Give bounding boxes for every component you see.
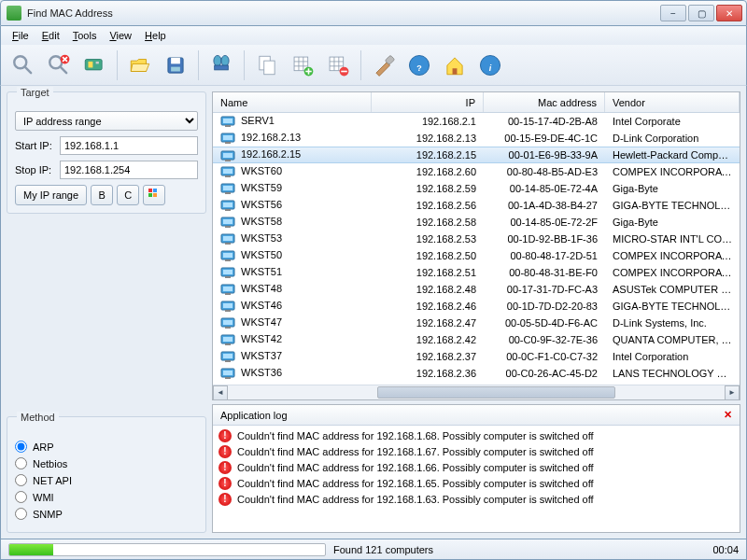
menu-tools[interactable]: Tools — [67, 28, 103, 43]
svg-rect-90 — [225, 377, 231, 379]
settings-button[interactable] — [369, 50, 399, 80]
svg-rect-12 — [171, 66, 180, 71]
menu-view[interactable]: View — [104, 28, 137, 43]
svg-rect-53 — [223, 169, 233, 174]
svg-rect-39 — [148, 189, 152, 192]
table-row[interactable]: 192.168.2.13192.168.2.1300-15-E9-DE-4C-1… — [213, 130, 740, 147]
table-row[interactable]: WKST56192.168.2.5600-1A-4D-38-B4-27GIGA-… — [213, 197, 740, 214]
about-button[interactable]: i — [475, 50, 505, 80]
method-option-wmi[interactable]: WMI — [15, 491, 198, 503]
svg-rect-41 — [148, 193, 152, 197]
status-time: 00:04 — [712, 544, 739, 555]
help-button[interactable]: ? — [404, 50, 434, 80]
svg-rect-8 — [89, 61, 93, 67]
stop-scan-button[interactable] — [44, 50, 74, 80]
method-panel-title: Method — [17, 412, 59, 423]
horizontal-scrollbar[interactable]: ◄ ► — [213, 385, 740, 399]
svg-rect-47 — [223, 135, 233, 140]
menu-bar: File Edit Tools View Help — [0, 26, 747, 45]
start-ip-input[interactable] — [60, 136, 198, 155]
svg-rect-45 — [225, 125, 231, 127]
table-row[interactable]: WKST48192.168.2.4800-17-31-7D-FC-A3ASUST… — [213, 281, 740, 298]
home-button[interactable] — [440, 50, 470, 80]
table-row[interactable]: WKST60192.168.2.6000-80-48-B5-AD-E3COMPE… — [213, 163, 740, 180]
table-row[interactable]: WKST58192.168.2.5800-14-85-0E-72-2FGiga-… — [213, 214, 740, 231]
save-button[interactable] — [161, 50, 190, 80]
menu-file[interactable]: File — [7, 28, 35, 43]
stop-ip-input[interactable] — [60, 161, 198, 179]
svg-rect-84 — [225, 343, 231, 345]
column-mac-header[interactable]: Mac address — [484, 92, 605, 112]
table-row[interactable]: SERV1192.168.2.100-15-17-4D-2B-A8Intel C… — [213, 113, 740, 130]
menu-edit[interactable]: Edit — [36, 28, 65, 43]
table-row[interactable]: 192.168.2.15192.168.2.1500-01-E6-9B-33-9… — [213, 147, 740, 163]
minimize-button[interactable]: − — [660, 5, 686, 21]
class-b-button[interactable]: B — [91, 185, 113, 205]
svg-rect-83 — [223, 337, 233, 342]
copy-button[interactable] — [252, 50, 282, 80]
method-option-netbios[interactable]: Netbios — [15, 457, 198, 469]
log-title: Application log — [220, 410, 288, 421]
svg-rect-86 — [223, 354, 233, 358]
svg-rect-15 — [215, 65, 229, 70]
svg-rect-44 — [223, 119, 233, 123]
results-table: Name IP Mac address Vendor SERV1192.168.… — [212, 91, 740, 400]
find-button[interactable] — [206, 50, 236, 80]
svg-rect-57 — [225, 192, 231, 194]
svg-rect-78 — [225, 310, 231, 312]
svg-rect-60 — [225, 209, 231, 211]
error-icon: ! — [218, 493, 232, 506]
svg-rect-51 — [225, 160, 231, 161]
color-palette-button[interactable] — [143, 185, 165, 205]
table-remove-button[interactable] — [323, 50, 353, 80]
target-panel: Target IP address range Start IP: Stop I… — [7, 91, 206, 214]
method-option-arp[interactable]: ARP — [15, 441, 198, 453]
svg-rect-81 — [225, 327, 231, 329]
log-entry: !Couldn't find MAC address for 192.168.1… — [213, 459, 740, 475]
svg-rect-74 — [223, 287, 233, 291]
menu-help[interactable]: Help — [139, 28, 172, 43]
toolbar: ? i — [0, 45, 747, 86]
column-ip-header[interactable]: IP — [372, 92, 484, 112]
table-row[interactable]: WKST37192.168.2.3700-0C-F1-C0-C7-32Intel… — [213, 348, 740, 365]
error-icon: ! — [218, 477, 232, 490]
svg-rect-72 — [225, 276, 231, 278]
table-row[interactable]: WKST53192.168.2.5300-1D-92-BB-1F-36MICRO… — [213, 231, 740, 247]
table-row[interactable]: WKST36192.168.2.3600-C0-26-AC-45-D2LANS … — [213, 365, 740, 382]
log-entry: !Couldn't find MAC address for 192.168.1… — [213, 443, 740, 459]
svg-rect-40 — [153, 189, 157, 192]
scan-button[interactable] — [8, 50, 38, 80]
svg-rect-59 — [223, 203, 233, 207]
log-entry: !Couldn't find MAC address for 192.168.1… — [213, 491, 740, 507]
column-vendor-header[interactable]: Vendor — [605, 92, 740, 112]
my-ip-range-button[interactable]: My IP range — [15, 185, 87, 205]
app-icon — [7, 6, 21, 21]
close-button[interactable]: ✕ — [716, 5, 742, 21]
log-panel: Application log ✕ !Couldn't find MAC add… — [212, 404, 740, 533]
target-mode-select[interactable]: IP address range — [15, 111, 198, 131]
table-row[interactable]: WKST51192.168.2.5100-80-48-31-BE-F0COMPE… — [213, 264, 740, 281]
table-add-button[interactable] — [288, 50, 317, 80]
method-option-snmp[interactable]: SNMP — [15, 508, 198, 520]
table-row[interactable]: WKST47192.168.2.4700-05-5D-4D-F6-ACD-Lin… — [213, 315, 740, 331]
table-row[interactable]: WKST50192.168.2.5000-80-48-17-2D-51COMPE… — [213, 247, 740, 264]
error-icon: ! — [218, 461, 232, 474]
title-bar: Find MAC Address − ▢ ✕ — [0, 0, 747, 26]
table-row[interactable]: WKST59192.168.2.5900-14-85-0E-72-4AGiga-… — [213, 180, 740, 197]
class-c-button[interactable]: C — [117, 185, 139, 205]
svg-rect-69 — [225, 259, 231, 261]
svg-rect-7 — [85, 59, 102, 69]
method-option-net-api[interactable]: NET API — [15, 474, 198, 486]
log-entry: !Couldn't find MAC address for 192.168.1… — [213, 475, 740, 491]
stop-ip-label: Stop IP: — [15, 164, 56, 175]
close-log-button[interactable]: ✕ — [724, 409, 732, 421]
nic-info-button[interactable] — [79, 50, 109, 80]
error-icon: ! — [218, 429, 232, 442]
window-title: Find MAC Address — [27, 7, 660, 19]
column-name-header[interactable]: Name — [213, 92, 372, 112]
maximize-button[interactable]: ▢ — [688, 5, 714, 21]
open-button[interactable] — [125, 50, 155, 80]
table-row[interactable]: WKST42192.168.2.4200-C0-9F-32-7E-36QUANT… — [213, 331, 740, 348]
table-row[interactable]: WKST46192.168.2.4600-1D-7D-D2-20-83GIGA-… — [213, 298, 740, 315]
svg-rect-65 — [223, 236, 233, 241]
